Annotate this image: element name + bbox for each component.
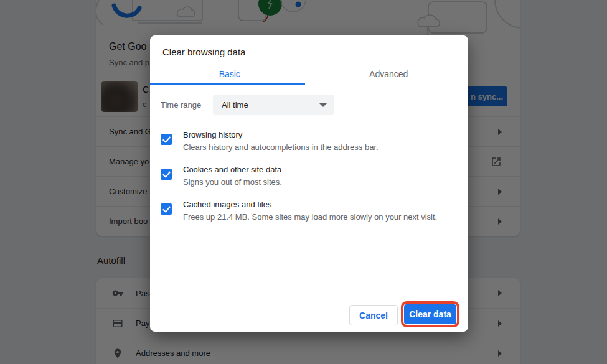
- dropdown-caret-icon: [319, 103, 327, 107]
- checkbox-description: Clears history and autocompletions in th…: [183, 141, 456, 154]
- checkbox-label: Cached images and files: [183, 198, 456, 211]
- checkbox-description: Frees up 21.4 MB. Some sites may load mo…: [183, 211, 456, 223]
- tab-advanced[interactable]: Advanced: [309, 63, 469, 85]
- cookies-checkbox[interactable]: [161, 169, 172, 180]
- checkbox-label: Cookies and other site data: [183, 164, 456, 176]
- chrome-settings-screen: Get Goo Sync and p C c n sync... Sync an…: [0, 0, 607, 364]
- clear-data-button[interactable]: Clear data: [404, 304, 456, 324]
- browsing-history-checkbox[interactable]: [161, 134, 172, 145]
- time-range-value: All time: [222, 95, 248, 115]
- cancel-button[interactable]: Cancel: [349, 305, 398, 325]
- dialog-title: Clear browsing data: [162, 47, 245, 57]
- checkbox-label: Browsing history: [183, 129, 456, 141]
- dialog-tabs: Basic Advanced: [150, 63, 468, 85]
- cached-images-checkbox[interactable]: [161, 203, 172, 215]
- time-range-select[interactable]: All time: [213, 95, 334, 115]
- checkbox-row-cookies: Cookies and other site data Signs you ou…: [161, 164, 456, 192]
- time-range-label: Time range: [161, 95, 201, 115]
- active-tab-underline: [150, 83, 305, 85]
- checkbox-row-cached-images: Cached images and files Frees up 21.4 MB…: [161, 198, 456, 227]
- tab-basic[interactable]: Basic: [150, 63, 309, 85]
- checkbox-row-browsing-history: Browsing history Clears history and auto…: [161, 129, 456, 157]
- clear-browsing-data-dialog: Clear browsing data Basic Advanced Time …: [150, 35, 468, 332]
- time-range-row: Time range All time: [150, 95, 468, 115]
- checkbox-description: Signs you out of most sites.: [183, 176, 456, 189]
